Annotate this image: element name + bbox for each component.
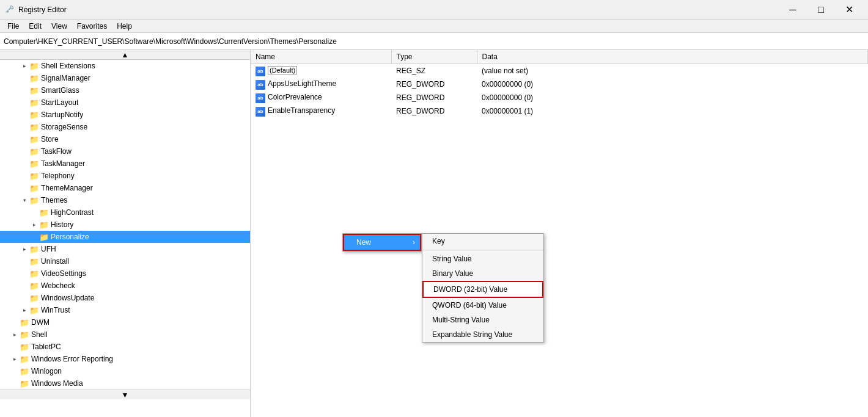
tree-item-themes[interactable]: ▾📁Themes	[0, 194, 250, 206]
close-button[interactable]: ✕	[835, 0, 863, 20]
tree-label: Windows Error Reporting	[31, 355, 113, 363]
cell-type: REG_SZ	[391, 64, 477, 78]
tree-item-tabletpc[interactable]: 📁TabletPC	[0, 341, 250, 353]
folder-icon: 📁	[20, 379, 29, 388]
maximize-button[interactable]: □	[807, 0, 835, 20]
tree-item-uninstall[interactable]: 📁Uninstall	[0, 255, 250, 267]
app-icon: 🗝️	[5, 5, 15, 15]
expand-arrow: ▸	[20, 307, 29, 313]
registry-table: Name Type Data ab(Default)REG_SZ(value n…	[251, 50, 868, 118]
tree-item-personalize[interactable]: 📁Personalize	[0, 231, 250, 243]
tree-label: WinTrust	[41, 306, 70, 314]
folder-icon: 📁	[29, 172, 39, 181]
submenu-binary-value[interactable]: Binary Value	[422, 266, 543, 281]
folder-icon: 📁	[39, 220, 49, 230]
tree-item-highcontrast[interactable]: 📁HighContrast	[0, 206, 250, 219]
tree-item-windows-error-reporting[interactable]: ▸📁Windows Error Reporting	[0, 353, 250, 365]
tree-item-taskflow[interactable]: 📁TaskFlow	[0, 145, 250, 158]
tree-item-shell-extensions[interactable]: ▸📁Shell Extensions	[0, 60, 250, 72]
address-bar: Computer\HKEY_CURRENT_USER\Software\Micr…	[0, 33, 868, 50]
cell-type: REG_DWORD	[391, 91, 477, 104]
tree-item-storagesense[interactable]: 📁StorageSense	[0, 121, 250, 133]
tree-label: DWM	[31, 318, 50, 327]
tree-label: SignalManager	[41, 74, 90, 82]
tree-item-dwm[interactable]: 📁DWM	[0, 316, 250, 328]
table-row[interactable]: ab(Default)REG_SZ(value not set)	[251, 64, 868, 78]
folder-icon: 📁	[29, 306, 39, 315]
folder-icon: 📁	[29, 135, 39, 144]
tree-item-ufh[interactable]: ▸📁UFH	[0, 243, 250, 255]
col-header-data[interactable]: Data	[477, 50, 868, 64]
cell-name: abColorPrevalence	[251, 91, 391, 104]
menu-help[interactable]: Help	[112, 21, 137, 32]
content-panel: Name Type Data ab(Default)REG_SZ(value n…	[251, 50, 868, 417]
tree-item-signalmanager[interactable]: 📁SignalManager	[0, 72, 250, 84]
cell-data: (value not set)	[477, 64, 868, 78]
scroll-up-button[interactable]: ▲	[0, 50, 250, 60]
scroll-down-button[interactable]: ▼	[0, 390, 250, 399]
expand-arrow: ▾	[20, 197, 29, 203]
folder-icon: 📁	[29, 196, 39, 205]
folder-icon: 📁	[39, 208, 49, 217]
tree-label: SmartGlass	[41, 86, 79, 95]
reg-icon: ab	[256, 106, 265, 116]
tree-item-winlogon[interactable]: 📁Winlogon	[0, 365, 250, 377]
expand-arrow: ▸	[29, 222, 39, 228]
menu-edit[interactable]: Edit	[24, 21, 46, 32]
tree-label: VideoSettings	[41, 269, 86, 278]
tree-item-smartglass[interactable]: 📁SmartGlass	[0, 84, 250, 96]
tree-label: Windows Media	[31, 379, 83, 388]
tree-item-telephony[interactable]: 📁Telephony	[0, 170, 250, 182]
context-menu: New ›	[342, 233, 422, 252]
submenu: Key String Value Binary Value DWORD (32-…	[422, 233, 544, 343]
submenu-qword-value[interactable]: QWORD (64-bit) Value	[422, 298, 543, 313]
cell-data: 0x00000000 (0)	[477, 91, 868, 104]
menu-favorites[interactable]: Favorites	[72, 21, 112, 32]
folder-icon: 📁	[20, 330, 29, 339]
col-header-name[interactable]: Name	[251, 50, 391, 64]
folder-icon: 📁	[20, 318, 29, 327]
title-bar-text: Registry Editor	[18, 5, 779, 14]
folder-icon: 📁	[29, 281, 39, 291]
folder-icon: 📁	[29, 98, 39, 107]
table-row[interactable]: abColorPrevalenceREG_DWORD0x00000000 (0)	[251, 91, 868, 104]
folder-icon: 📁	[29, 184, 39, 193]
tree-item-history[interactable]: ▸📁History	[0, 219, 250, 231]
title-bar-controls: ─ □ ✕	[779, 0, 863, 20]
submenu-key[interactable]: Key	[422, 234, 543, 248]
cell-data: 0x00000001 (1)	[477, 104, 868, 118]
tree-item-store[interactable]: 📁Store	[0, 133, 250, 145]
folder-icon: 📁	[29, 294, 39, 303]
submenu-expandable-value[interactable]: Expandable String Value	[422, 327, 543, 342]
tree-label: WindowsUpdate	[41, 294, 94, 302]
tree-item-videosettings[interactable]: 📁VideoSettings	[0, 267, 250, 280]
tree-item-taskmanager[interactable]: 📁TaskManager	[0, 158, 250, 170]
folder-icon: 📁	[29, 62, 39, 71]
tree-item-windowsupdate[interactable]: 📁WindowsUpdate	[0, 292, 250, 304]
cell-name: abAppsUseLightTheme	[251, 78, 391, 91]
menu-view[interactable]: View	[46, 21, 72, 32]
tree-item-shell[interactable]: ▸📁Shell	[0, 328, 250, 341]
minimize-button[interactable]: ─	[779, 0, 807, 20]
folder-icon: 📁	[29, 74, 39, 83]
submenu-multistring-value[interactable]: Multi-String Value	[422, 313, 543, 327]
expand-arrow: ▸	[10, 356, 20, 362]
tree-item-wintrust[interactable]: ▸📁WinTrust	[0, 304, 250, 316]
tree-item-windows-media[interactable]: 📁Windows Media	[0, 377, 250, 390]
menu-file[interactable]: File	[2, 21, 24, 32]
tree-item-thememanager[interactable]: 📁ThemeManager	[0, 182, 250, 194]
table-row[interactable]: abAppsUseLightThemeREG_DWORD0x00000000 (…	[251, 78, 868, 91]
table-row[interactable]: abEnableTransparencyREG_DWORD0x00000001 …	[251, 104, 868, 118]
submenu-dword-value[interactable]: DWORD (32-bit) Value	[422, 281, 543, 298]
col-header-type[interactable]: Type	[391, 50, 477, 64]
tree-label: Uninstall	[41, 257, 69, 266]
tree-item-webcheck[interactable]: 📁Webcheck	[0, 280, 250, 292]
title-bar: 🗝️ Registry Editor ─ □ ✕	[0, 0, 868, 20]
tree-item-startupnotify[interactable]: 📁StartupNotify	[0, 109, 250, 121]
folder-icon: 📁	[20, 367, 29, 376]
tree-item-startlayout[interactable]: 📁StartLayout	[0, 96, 250, 109]
folder-icon: 📁	[29, 111, 39, 120]
context-menu-new-item[interactable]: New ›	[343, 234, 421, 251]
tree-label: Webcheck	[41, 281, 75, 290]
submenu-string-value[interactable]: String Value	[422, 252, 543, 266]
